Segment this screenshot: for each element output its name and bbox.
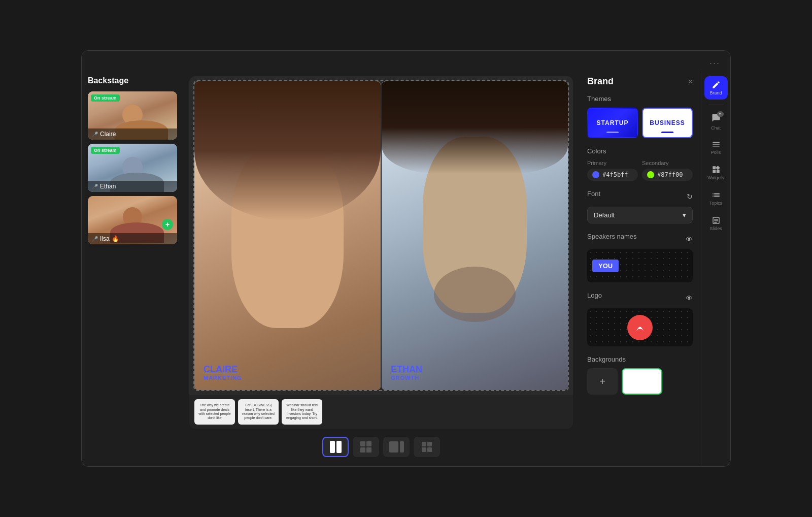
secondary-color-col: Secondary #87ff00	[642, 160, 693, 181]
on-stream-badge-claire: On stream	[91, 94, 120, 102]
layout-main-side-button[interactable]	[383, 437, 410, 457]
layout-quad-button[interactable]	[414, 437, 440, 457]
participant-card-ethan[interactable]: On stream 🎤 Ethan	[88, 144, 177, 192]
themes-row: STARTUP Business	[587, 108, 693, 138]
colors-section: Colors Primary #4f5bff Secondary #87f	[587, 147, 693, 181]
logo-circle	[627, 315, 653, 340]
participant-name-ilsa: Ilsa	[100, 235, 110, 242]
layout-split-button[interactable]	[322, 437, 349, 457]
font-select-dropdown[interactable]: Default ▾	[587, 207, 693, 223]
nav-item-slides[interactable]: Slides	[704, 212, 728, 235]
topics-icon	[712, 190, 721, 200]
background-thumb-1[interactable]	[622, 368, 662, 395]
layouts-bar	[189, 434, 573, 460]
right-nav: Brand 5 Chat Polls Widgets	[701, 51, 730, 466]
theme-startup-card[interactable]: STARTUP	[587, 108, 638, 138]
nav-divider-1	[708, 105, 724, 105]
logo-visibility-icon[interactable]: 👁	[686, 294, 693, 302]
mic-icon-ethan: 🎤	[92, 184, 98, 189]
nav-item-topics[interactable]: Topics	[704, 186, 728, 210]
startup-underline	[606, 132, 619, 133]
on-stream-badge-ethan: On stream	[91, 147, 120, 154]
secondary-color-dot	[647, 171, 654, 178]
theme-business-label: Business	[650, 119, 685, 126]
participant-card-ilsa[interactable]: + 🎤 Ilsa 🔥	[88, 196, 177, 244]
nav-item-widgets[interactable]: Widgets	[704, 161, 728, 184]
claire-display-name: CLAIRE	[204, 364, 242, 375]
logo-label: Logo	[587, 292, 602, 299]
speakers-section-header: Speakers names 👁	[587, 233, 693, 245]
logo-section-header: Logo 👁	[587, 292, 693, 304]
themes-label: Themes	[587, 95, 693, 103]
secondary-color-chip[interactable]: #87ff00	[642, 169, 693, 181]
main-content: CLAIRE MARKETING	[183, 51, 579, 466]
polls-nav-label: Polls	[711, 150, 721, 155]
speakers-preview-box: YOU	[587, 249, 693, 282]
layout-grid-button[interactable]	[353, 437, 379, 457]
slide-thumb-3[interactable]: Webinar should feel like they want inves…	[282, 399, 322, 425]
primary-color-chip[interactable]: #4f5bff	[587, 169, 638, 181]
slides-nav-label: Slides	[709, 226, 722, 231]
widgets-nav-label: Widgets	[707, 175, 724, 180]
speakers-visibility-icon[interactable]: 👁	[686, 235, 693, 243]
ilsa-emoji: 🔥	[112, 235, 119, 242]
brand-nav-label: Brand	[709, 90, 722, 95]
secondary-label: Secondary	[642, 160, 693, 166]
font-section: Font ↻ Default ▾	[587, 190, 693, 223]
right-panel: Brand × Themes STARTUP Business Colors	[579, 51, 701, 466]
mic-icon-claire: 🎤	[92, 132, 98, 137]
primary-color-col: Primary #4f5bff	[587, 160, 638, 181]
logo-preview-box	[587, 308, 693, 346]
backstage-panel: Backstage On stream 🎤 Claire	[82, 51, 183, 466]
ethan-display-role: GROWTH	[391, 375, 422, 381]
ethan-display-name: ETHAN	[391, 364, 422, 375]
participant-name-bar-ilsa: 🎤 Ilsa 🔥	[88, 233, 177, 244]
close-panel-button[interactable]: ×	[688, 78, 693, 86]
add-background-button[interactable]: +	[587, 368, 618, 395]
widgets-icon	[712, 165, 721, 174]
claire-name-label: CLAIRE MARKETING	[204, 364, 242, 381]
speakers-label: Speakers names	[587, 233, 637, 240]
add-background-icon: +	[599, 376, 605, 387]
video-slot-ethan: ETHAN GROWTH	[382, 81, 568, 390]
font-chevron-icon: ▾	[683, 211, 686, 219]
claire-display-role: MARKETING	[204, 375, 242, 381]
font-reset-icon[interactable]: ↻	[687, 192, 693, 201]
primary-color-dot	[592, 171, 599, 178]
brand-panel: Brand × Themes STARTUP Business Colors	[579, 76, 701, 460]
chat-badge: 5	[717, 111, 723, 117]
topics-nav-label: Topics	[709, 201, 723, 206]
add-to-stream-button-ilsa[interactable]: +	[162, 219, 173, 230]
primary-hex-value: #4f5bff	[602, 171, 628, 178]
window-drag-bar: ···	[82, 51, 730, 71]
backgrounds-label: Backgrounds	[587, 356, 693, 363]
logo-section: Logo 👁	[587, 292, 693, 346]
chat-nav-label: Chat	[711, 125, 721, 131]
panel-header: Brand ×	[587, 76, 693, 87]
colors-label: Colors	[587, 147, 693, 155]
polls-icon	[712, 140, 721, 149]
slides-icon	[712, 216, 721, 225]
colors-row: Primary #4f5bff Secondary #87ff00	[587, 160, 693, 181]
business-underline	[661, 132, 673, 133]
nav-item-polls[interactable]: Polls	[704, 136, 728, 159]
slide-thumb-2[interactable]: For [BUSINESS] insert. There is a reason…	[238, 399, 279, 425]
app-window: ··· Backstage On stream 🎤 Claire	[81, 50, 731, 467]
slides-strip: The way we create and promote deals with…	[189, 395, 573, 429]
primary-label: Primary	[587, 160, 638, 166]
chat-icon-wrapper: 5	[712, 113, 721, 124]
participant-card-claire[interactable]: On stream 🎤 Claire	[88, 91, 177, 140]
backgrounds-row: +	[587, 368, 693, 395]
theme-business-card[interactable]: Business	[642, 108, 693, 138]
nav-item-brand[interactable]: Brand	[704, 76, 728, 100]
you-badge: YOU	[592, 260, 619, 272]
participant-name-ethan: Ethan	[100, 183, 116, 190]
backgrounds-section: Backgrounds +	[587, 356, 693, 395]
slide-thumb-1[interactable]: The way we create and promote deals with…	[194, 399, 235, 425]
window-controls: ···	[709, 58, 720, 69]
participant-name-claire: Claire	[100, 131, 116, 138]
speakers-names-section: Speakers names 👁 YOU	[587, 233, 693, 282]
nav-item-chat[interactable]: 5 Chat	[704, 110, 728, 134]
participant-name-bar-claire: 🎤 Claire	[88, 128, 177, 140]
brand-icon	[712, 80, 721, 89]
